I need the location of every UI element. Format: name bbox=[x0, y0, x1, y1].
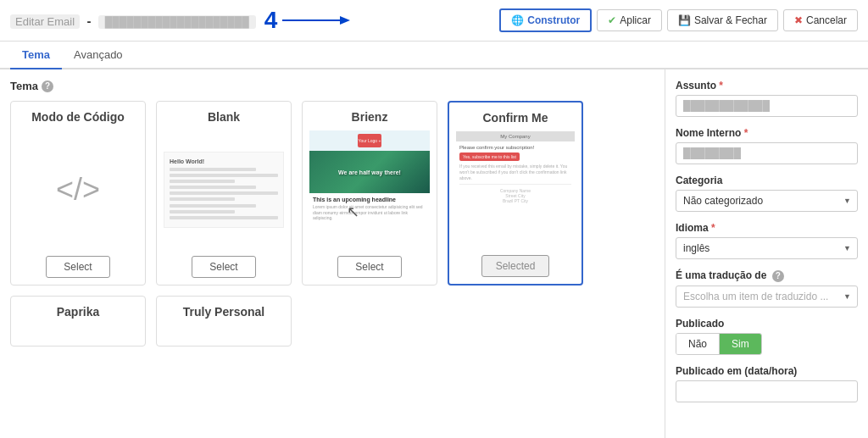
categoria-select[interactable]: Não categorizado bbox=[676, 190, 858, 212]
template-preview-blank: Hello World! bbox=[164, 130, 284, 249]
traducao-select[interactable]: Escolha um item de traduzido ... bbox=[676, 286, 858, 308]
template-preview-brienz: Your Logo + We are half way there! This … bbox=[309, 130, 430, 249]
template-card-blank: Blank Hello World! bbox=[156, 101, 292, 286]
confirmme-preview-content: My Company Please confirm your subscript… bbox=[456, 131, 575, 210]
title-text: Editar Email bbox=[10, 14, 80, 29]
arrow-icon bbox=[282, 12, 350, 29]
template-card-confirm-me: Confirm Me My Company Please confirm you… bbox=[448, 101, 583, 286]
categoria-label: Categoria bbox=[676, 175, 858, 186]
cancel-icon: ✖ bbox=[794, 14, 803, 26]
brienz-body: This is an upcoming headline Lorem ipsum… bbox=[309, 193, 430, 225]
brienz-header: Your Logo + bbox=[309, 130, 430, 151]
traducao-select-wrapper: Escolha um item de traduzido ... bbox=[676, 286, 858, 308]
template-card-paprika: Paprika bbox=[10, 296, 146, 347]
template-card-modo-codigo: Modo de Código </> Select bbox=[10, 101, 146, 286]
main-layout: Tema ? Modo de Código </> Select Blank bbox=[0, 69, 868, 438]
aplicar-button[interactable]: ✔ Aplicar bbox=[597, 9, 662, 31]
svg-marker-1 bbox=[340, 16, 350, 25]
template-title-paprika: Paprika bbox=[57, 305, 100, 319]
header: Editar Email - ████████████████████ 4 🌐 … bbox=[0, 0, 868, 42]
select-button-blank[interactable]: Select bbox=[192, 256, 255, 278]
brienz-image: We are half way there! bbox=[309, 151, 430, 193]
publicado-em-input[interactable] bbox=[676, 380, 858, 402]
construtor-button[interactable]: 🌐 Construtor bbox=[499, 8, 592, 32]
publicado-label: Publicado bbox=[676, 318, 858, 330]
publicado-nao-button[interactable]: Não bbox=[676, 334, 720, 354]
traducao-help-icon[interactable]: ? bbox=[772, 270, 784, 282]
template-title-modo-codigo: Modo de Código bbox=[31, 110, 125, 124]
annotation-number: 4 bbox=[264, 7, 278, 34]
section-title: Tema ? bbox=[10, 80, 654, 92]
nome-interno-input[interactable] bbox=[676, 142, 858, 164]
header-buttons: 🌐 Construtor ✔ Aplicar 💾 Salvar & Fechar… bbox=[499, 8, 858, 32]
code-icon: </> bbox=[56, 172, 100, 208]
nome-interno-label: Nome Interno * bbox=[676, 127, 858, 139]
select-button-modo-codigo[interactable]: Select bbox=[46, 256, 109, 278]
traducao-label: É uma tradução de ? bbox=[676, 269, 858, 282]
publicado-toggle-group: Não Sim bbox=[676, 333, 762, 355]
publicado-sim-button[interactable]: Sim bbox=[720, 334, 761, 354]
blank-preview-content: Hello World! bbox=[164, 152, 284, 229]
save-icon: 💾 bbox=[678, 14, 691, 26]
assunto-label: Assunto * bbox=[676, 80, 858, 91]
categoria-select-wrapper: Não categorizado bbox=[676, 190, 858, 212]
help-icon[interactable]: ? bbox=[42, 80, 53, 92]
template-card-truly-personal: Truly Personal bbox=[156, 296, 292, 347]
salvar-button[interactable]: 💾 Salvar & Fechar bbox=[667, 9, 778, 31]
check-icon: ✔ bbox=[608, 14, 616, 26]
template-title-truly-personal: Truly Personal bbox=[183, 305, 264, 319]
idioma-label: Idioma * bbox=[676, 222, 858, 234]
select-button-brienz[interactable]: Select bbox=[337, 256, 401, 278]
selected-button-confirm-me[interactable]: Selected bbox=[481, 255, 550, 277]
title-subtitle: ████████████████████ bbox=[98, 15, 256, 29]
template-title-blank: Blank bbox=[208, 110, 240, 124]
cancelar-button[interactable]: ✖ Cancelar bbox=[783, 9, 858, 31]
idioma-select[interactable]: inglês bbox=[676, 237, 858, 259]
sidebar: Assunto * Nome Interno * Categoria Não c… bbox=[665, 69, 868, 438]
tabs: Tema Avançado bbox=[0, 42, 868, 69]
brienz-logo: Your Logo + bbox=[358, 134, 381, 147]
publicado-em-label: Publicado em (data/hora) bbox=[676, 365, 858, 377]
construtor-icon: 🌐 bbox=[511, 14, 524, 26]
template-title-confirm-me: Confirm Me bbox=[483, 111, 548, 125]
template-card-brienz: Brienz Your Logo + We are half way there… bbox=[302, 101, 437, 286]
template-title-brienz: Brienz bbox=[352, 110, 388, 124]
content-area: Tema ? Modo de Código </> Select Blank bbox=[0, 69, 665, 438]
idioma-select-wrapper: inglês bbox=[676, 237, 858, 259]
template-preview-confirm-me: My Company Please confirm your subscript… bbox=[456, 131, 575, 248]
tab-avancado[interactable]: Avançado bbox=[62, 42, 135, 69]
assunto-input[interactable] bbox=[676, 95, 858, 117]
tab-tema[interactable]: Tema bbox=[10, 42, 62, 69]
annotation-arrow: 4 bbox=[264, 7, 491, 34]
template-grid: Modo de Código </> Select Blank Hello Wo… bbox=[10, 101, 654, 286]
template-grid-row2: Paprika Truly Personal bbox=[10, 296, 654, 347]
page-title: Editar Email - ████████████████████ bbox=[10, 14, 256, 28]
template-preview-modo-codigo: </> bbox=[18, 130, 138, 249]
